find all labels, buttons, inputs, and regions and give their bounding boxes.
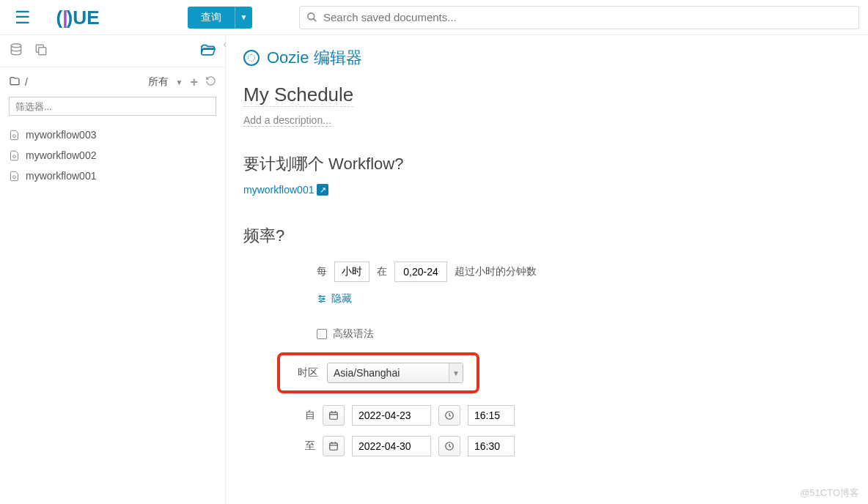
filter-input[interactable] [9,97,216,116]
timezone-highlight: 时区 Asia/Shanghai ▼ [277,352,479,393]
oozie-icon [243,50,260,66]
clock-icon[interactable] [438,405,460,426]
to-date-input[interactable] [352,436,431,456]
calendar-icon[interactable] [323,436,345,456]
timezone-value: Asia/Shanghai [334,367,400,379]
watermark: @51CTO博客 [800,486,859,500]
freq-at-label: 在 [377,265,387,278]
file-item[interactable]: myworkflow003 [9,125,216,145]
freq-suffix-label: 超过小时的分钟数 [455,265,537,278]
query-button[interactable]: 查询 [188,7,235,29]
svg-point-13 [320,295,321,297]
svg-rect-16 [330,412,338,419]
hide-label: 隐藏 [331,292,352,305]
svg-point-15 [320,300,322,302]
from-date-input[interactable] [352,405,431,426]
path-text[interactable]: / [25,76,28,88]
from-row: 自 [284,405,850,426]
advanced-syntax-label: 高级语法 [333,327,374,341]
editor-header: Oozie 编辑器 [243,47,850,69]
svg-point-7 [13,134,16,137]
svg-line-4 [313,18,316,21]
content-area: Oozie 编辑器 My Schedule Add a description.… [226,35,868,504]
freq-unit-input[interactable] [334,262,369,282]
document-icon [9,150,20,161]
svg-point-8 [13,155,16,158]
query-button-group: 查询 ▼ [188,7,252,29]
query-dropdown-button[interactable]: ▼ [235,7,252,29]
selected-workflow-link[interactable]: myworkflow001 ↗ [243,184,328,196]
workflow-name: myworkflow001 [243,184,314,196]
timezone-label: 时区 [287,366,318,379]
sliders-icon [317,294,327,304]
freq-every-label: 每 [317,265,327,278]
file-item[interactable]: myworkflow001 [9,166,216,186]
to-row: 至 [284,436,850,456]
from-time-input[interactable] [468,405,515,426]
external-link-icon: ↗ [317,184,328,196]
schedule-name[interactable]: My Schedule [243,84,353,107]
svg-text:)UE: )UE [67,7,100,28]
copy-icon[interactable] [34,42,48,59]
collapse-sidebar-icon[interactable]: ‹ [223,38,227,50]
add-description-link[interactable]: Add a description... [243,114,331,127]
svg-point-5 [11,44,21,48]
sidebar: ‹ / 所有 ▼ + mywo [0,35,226,504]
add-icon[interactable]: + [190,75,198,90]
chevron-down-icon: ▼ [449,363,463,382]
document-icon [9,130,20,141]
refresh-icon[interactable] [205,75,216,89]
to-label: 至 [284,440,315,453]
to-time-input[interactable] [468,436,515,456]
chevron-down-icon[interactable]: ▼ [176,78,183,86]
timezone-select[interactable]: Asia/Shanghai ▼ [327,363,463,383]
svg-text:(: ( [56,7,63,28]
svg-point-14 [323,298,324,300]
calendar-icon[interactable] [323,405,345,426]
advanced-syntax-checkbox[interactable] [317,329,327,339]
folder-open-icon[interactable] [200,42,216,60]
hamburger-icon[interactable]: ☰ [9,7,37,28]
filter-all-label[interactable]: 所有 [148,75,169,89]
svg-rect-21 [330,443,338,450]
frequency-title: 频率? [243,225,850,247]
hide-link[interactable]: 隐藏 [317,292,850,305]
file-item[interactable]: myworkflow002 [9,145,216,166]
svg-rect-6 [39,48,46,55]
editor-title: Oozie 编辑器 [267,47,362,69]
clock-icon[interactable] [438,436,460,456]
sidebar-top-icons [0,35,225,67]
document-icon [9,171,20,182]
which-workflow-title: 要计划哪个 Workflow? [243,153,850,175]
frequency-row: 每 在 超过小时的分钟数 [317,262,850,282]
file-name: myworkflow001 [26,170,96,182]
sidebar-file-list: myworkflow003 myworkflow002 myworkflow00… [0,122,225,189]
sidebar-path-row: / 所有 ▼ + [0,67,225,97]
svg-point-9 [13,175,16,178]
from-label: 自 [284,409,315,422]
search-icon [306,12,317,25]
svg-point-3 [308,12,315,19]
folder-icon[interactable] [9,75,21,89]
top-bar: ☰ ( | )UE 查询 ▼ [0,0,868,35]
file-name: myworkflow002 [26,149,96,161]
database-icon[interactable] [9,42,23,59]
hue-logo[interactable]: ( | )UE [54,7,135,28]
search-wrap [299,6,859,29]
file-name: myworkflow003 [26,129,96,141]
freq-value-input[interactable] [394,262,447,282]
search-input[interactable] [299,6,859,29]
sidebar-filter [0,97,225,122]
advanced-syntax-row: 高级语法 [317,327,850,341]
